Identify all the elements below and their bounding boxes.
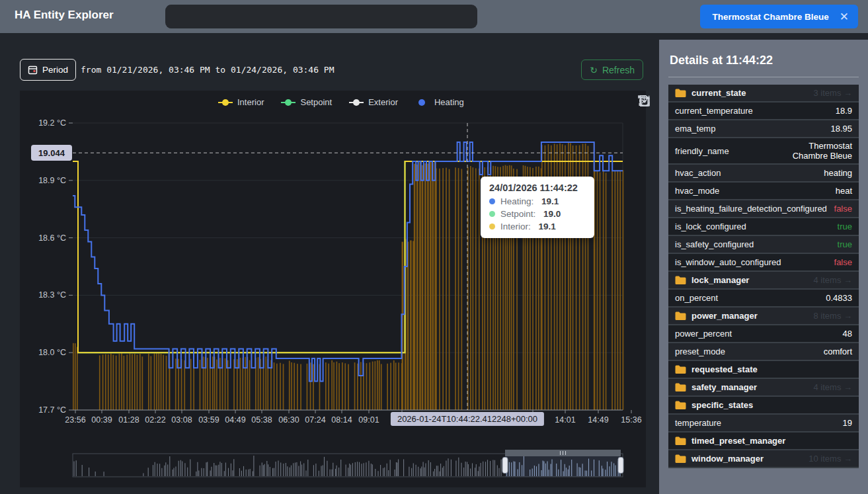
folder-icon	[675, 276, 686, 284]
x-axis-pointer-label: 2026-01-24T10:44:22.412248+00:00	[391, 412, 544, 426]
svg-text:18.6 °C: 18.6 °C	[38, 233, 66, 243]
svg-text:02:22: 02:22	[145, 415, 165, 425]
svg-text:04:49: 04:49	[225, 415, 245, 425]
table-row: power_percent48	[668, 325, 859, 343]
table-row[interactable]: requested_state	[668, 361, 859, 379]
attribute-value: 0.4833	[826, 293, 852, 303]
slider-handle-right	[618, 458, 623, 473]
entity-chip-label: Thermostat Chambre Bleue	[712, 12, 828, 22]
details-divider	[668, 77, 859, 77]
tooltip-series-value: 19.0	[543, 209, 561, 219]
svg-text:03:08: 03:08	[171, 415, 192, 425]
table-row: ema_temp18.95	[668, 120, 859, 138]
table-row[interactable]: power_manager8 items →	[668, 308, 859, 325]
table-row: on_percent0.4833	[668, 290, 859, 308]
attribute-key: is_window_auto_configured	[675, 257, 781, 267]
table-row[interactable]: timed_preset_manager	[668, 432, 859, 450]
table-row: friendly_nameThermostat Chambre Bleue	[668, 138, 859, 165]
refresh-button-label: Refresh	[602, 65, 635, 75]
attribute-key: safety_manager	[691, 382, 757, 392]
table-row: is_lock_configuredtrue	[668, 218, 859, 236]
chart-canvas[interactable]: 19.2 °C18.9 °C18.6 °C18.3 °C18.0 °C17.7 …	[20, 91, 646, 487]
svg-text:01:28: 01:28	[118, 415, 139, 425]
legend-marker	[281, 99, 296, 106]
attribute-key: lock_manager	[691, 275, 749, 285]
table-row[interactable]: lock_manager4 items →	[668, 272, 859, 290]
series-dot	[489, 211, 495, 217]
app-title: HA Entity Explorer	[15, 9, 114, 22]
table-row[interactable]: safety_manager4 items →	[668, 379, 859, 397]
svg-text:19.2 °C: 19.2 °C	[38, 118, 66, 128]
folder-icon	[675, 383, 686, 391]
attribute-key: current_state	[691, 88, 746, 98]
svg-text:14:01: 14:01	[555, 415, 575, 425]
chart-legend: InteriorSetpointExteriorHeating	[218, 97, 464, 107]
table-row[interactable]: window_manager10 items →	[668, 450, 859, 468]
svg-text:00:39: 00:39	[91, 415, 112, 425]
tooltip-series-name: Interior:	[500, 222, 533, 231]
table-row: is_safety_configuredtrue	[668, 236, 859, 254]
period-button-label: Period	[42, 65, 68, 75]
attribute-value: 48	[843, 329, 852, 339]
legend-label: Exterior	[368, 97, 398, 107]
chart-tooltip: 24/01/2026 11:44:22 Heating: 19.1Setpoin…	[481, 177, 594, 238]
tooltip-row: Heating: 19.1	[489, 196, 586, 206]
refresh-button[interactable]: ↻ Refresh	[581, 60, 643, 80]
legend-item-heating[interactable]: Heating	[415, 97, 464, 107]
svg-text:14:49: 14:49	[588, 415, 608, 425]
folder-icon	[675, 436, 686, 445]
attribute-key: window_manager	[691, 454, 764, 464]
details-panel-title: Details at 11:44:22	[659, 40, 868, 77]
attribute-key: requested_state	[691, 364, 758, 374]
legend-marker	[415, 99, 430, 106]
table-row[interactable]: current_state3 items →	[668, 85, 859, 103]
table-row: hvac_actionheating	[668, 165, 859, 183]
refresh-icon: ↻	[590, 65, 598, 75]
close-icon[interactable]: ✕	[840, 11, 849, 22]
svg-text:09:01: 09:01	[358, 415, 379, 425]
data-view-icon[interactable]	[638, 95, 651, 107]
attribute-key: hvac_mode	[675, 186, 719, 196]
attribute-key: power_manager	[691, 311, 758, 321]
period-button[interactable]: Period	[20, 59, 76, 81]
legend-item-setpoint[interactable]: Setpoint	[281, 97, 332, 107]
tooltip-row: Setpoint: 19.0	[489, 209, 586, 219]
attribute-key: ema_temp	[675, 124, 715, 134]
attribute-key: is_heating_failure_detection_configured	[675, 204, 827, 214]
table-row: is_window_auto_configuredfalse	[668, 254, 859, 272]
attribute-value: false	[834, 204, 852, 214]
svg-text:18.0 °C: 18.0 °C	[38, 348, 66, 357]
attribute-key: preset_mode	[675, 347, 725, 356]
tooltip-series-value: 19.1	[539, 222, 556, 231]
table-row: current_temperature18.9	[668, 103, 859, 120]
attribute-key: power_percent	[675, 329, 732, 339]
svg-text:06:30: 06:30	[278, 415, 299, 425]
attribute-key: on_percent	[675, 293, 718, 303]
chart-card: 19.2 °C18.9 °C18.6 °C18.3 °C18.0 °C17.7 …	[20, 91, 646, 487]
table-row[interactable]: specific_states	[668, 397, 859, 415]
attribute-value: true	[838, 222, 852, 231]
svg-text:05:38: 05:38	[251, 415, 272, 425]
attribute-value: Thermostat Chambre Bleue	[774, 141, 852, 161]
svg-text:07:24: 07:24	[305, 415, 325, 425]
svg-text:03:59: 03:59	[198, 415, 219, 425]
search-input[interactable]	[165, 5, 477, 28]
folder-items-count: 4 items →	[813, 382, 852, 392]
legend-item-interior[interactable]: Interior	[218, 97, 264, 107]
attribute-key: timed_preset_manager	[691, 436, 785, 446]
legend-item-exterior[interactable]: Exterior	[349, 97, 398, 107]
table-row: temperature19	[668, 415, 859, 432]
entity-chip[interactable]: Thermostat Chambre Bleue ✕	[700, 5, 858, 28]
svg-text:15:36: 15:36	[621, 415, 641, 425]
folder-items-count: 10 items →	[809, 454, 852, 464]
attribute-value: 19	[843, 418, 852, 428]
tooltip-title: 24/01/2026 11:44:22	[489, 183, 586, 193]
attribute-value: comfort	[824, 347, 852, 356]
attribute-value: heating	[824, 168, 852, 178]
folder-icon	[675, 365, 686, 374]
legend-label: Setpoint	[300, 97, 332, 107]
legend-label: Interior	[237, 97, 264, 107]
folder-items-count: 3 items →	[813, 88, 852, 98]
tooltip-series-name: Heating:	[500, 196, 536, 206]
folder-icon	[675, 89, 686, 97]
